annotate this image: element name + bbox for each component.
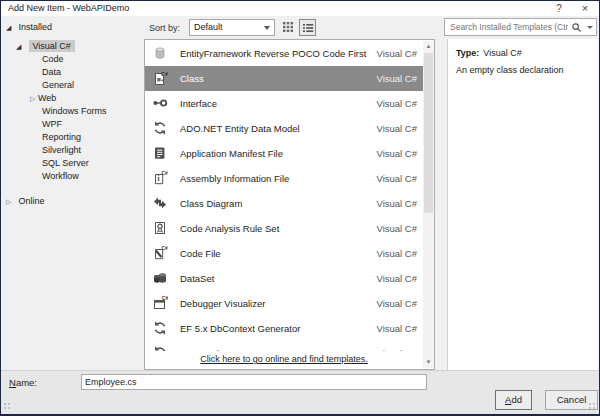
tree-node-online[interactable]: Online bbox=[1, 183, 143, 206]
template-row-ef5-dbcontext[interactable]: EF 5.x DbContext Generator Visual C# bbox=[145, 316, 423, 341]
template-language: Visual C# bbox=[377, 248, 418, 259]
template-name: Code Analysis Rule Set bbox=[180, 223, 369, 234]
template-type-line: Type:Visual C# bbox=[456, 48, 590, 58]
tree-node-code[interactable]: Code bbox=[1, 53, 143, 66]
search-icon[interactable] bbox=[571, 22, 582, 33]
resize-grip[interactable] bbox=[3, 402, 12, 411]
tree-node-wpf[interactable]: WPF bbox=[1, 118, 143, 131]
list-scrollbar[interactable]: ▲ ▼ bbox=[423, 41, 434, 368]
entity-model-icon bbox=[152, 120, 169, 137]
svg-text:C#: C# bbox=[162, 246, 168, 251]
tree-node-installed[interactable]: Installed bbox=[1, 16, 143, 32]
template-language: Visual C# bbox=[377, 98, 418, 109]
template-details-pane: Type:Visual C# An empty class declaratio… bbox=[447, 39, 598, 370]
template-row-entityframework-poco[interactable]: EntityFramework Reverse POCO Code First … bbox=[145, 41, 423, 66]
type-value: Visual C# bbox=[483, 48, 521, 58]
collapsed-triangle-icon[interactable] bbox=[30, 92, 38, 105]
template-list: EntityFramework Reverse POCO Code First … bbox=[144, 39, 435, 370]
template-language: Visual C# bbox=[377, 298, 418, 309]
search-input[interactable] bbox=[448, 20, 570, 34]
grid-view-icon bbox=[282, 21, 294, 33]
template-name: Interface bbox=[180, 98, 369, 109]
search-options-chevron-icon[interactable] bbox=[587, 26, 593, 29]
template-row-code-analysis-rule-set[interactable]: Code Analysis Rule Set Visual C# bbox=[145, 216, 423, 241]
template-name: Class bbox=[180, 73, 369, 84]
add-new-item-dialog: Add New Item - WebAPIDemo ? × Sort by: D… bbox=[0, 0, 600, 416]
template-row-code-file[interactable]: C# Code File Visual C# bbox=[145, 241, 423, 266]
template-row-class-diagram[interactable]: Class Diagram Visual C# bbox=[145, 191, 423, 216]
template-row-debugger-visualizer[interactable]: C# Debugger Visualizer Visual C# bbox=[145, 291, 423, 316]
chevron-down-icon bbox=[264, 26, 270, 30]
sort-by-dropdown[interactable]: Default bbox=[189, 19, 275, 36]
database-icon bbox=[152, 45, 169, 62]
assembly-info-icon: C#i bbox=[152, 170, 169, 187]
template-name: Assembly Information File bbox=[180, 173, 369, 184]
template-name: Class Diagram bbox=[180, 198, 369, 209]
expanded-triangle-icon[interactable] bbox=[6, 24, 16, 32]
debugger-visualizer-icon: C# bbox=[152, 295, 169, 312]
scroll-up-icon[interactable]: ▲ bbox=[423, 41, 434, 52]
tree-node-silverlight[interactable]: Silverlight bbox=[1, 144, 143, 157]
tree-node-workflow[interactable]: Workflow bbox=[1, 170, 143, 183]
go-online-link[interactable]: Click here to go online and find templat… bbox=[200, 354, 368, 364]
tree-node-sql-server[interactable]: SQL Server bbox=[1, 157, 143, 170]
template-name: Code File bbox=[180, 248, 369, 259]
item-name-input[interactable] bbox=[81, 374, 427, 390]
cancel-button-label: Cancel bbox=[557, 394, 587, 405]
tree-node-web[interactable]: Web bbox=[1, 92, 143, 105]
sort-by-value: Default bbox=[194, 22, 223, 32]
template-row-ado-entity-model[interactable]: ADO.NET Entity Data Model Visual C# bbox=[145, 116, 423, 141]
tree-node-label: Web bbox=[38, 93, 56, 103]
list-view-button[interactable] bbox=[299, 19, 316, 36]
svg-text:C#: C# bbox=[162, 171, 168, 176]
search-box bbox=[444, 18, 597, 36]
template-language: Visual C# bbox=[377, 173, 418, 184]
template-row-assembly-info[interactable]: C#i Assembly Information File Visual C# bbox=[145, 166, 423, 191]
type-label: Type: bbox=[456, 48, 479, 58]
template-name: Application Manifest File bbox=[180, 148, 369, 159]
template-row-interface[interactable]: Interface Visual C# bbox=[145, 91, 423, 116]
add-button[interactable]: Add bbox=[495, 390, 532, 410]
template-row-class[interactable]: C# Class Visual C# bbox=[145, 66, 423, 91]
template-category-tree: Installed Visual C# Code Data General We… bbox=[1, 16, 143, 370]
resize-grip[interactable] bbox=[588, 402, 597, 411]
template-language: Visual C# bbox=[377, 198, 418, 209]
template-name: Debugger Visualizer bbox=[180, 298, 369, 309]
template-rows: EntityFramework Reverse POCO Code First … bbox=[145, 41, 423, 369]
scroll-down-icon[interactable]: ▼ bbox=[423, 357, 434, 368]
tree-node-windows-forms[interactable]: Windows Forms bbox=[1, 105, 143, 118]
svg-text:i: i bbox=[157, 175, 159, 183]
template-row-app-manifest[interactable]: Application Manifest File Visual C# bbox=[145, 141, 423, 166]
code-file-icon: C# bbox=[152, 245, 169, 262]
footer-bar: Name: Add Cancel bbox=[1, 370, 599, 414]
tree-node-label: Visual C# bbox=[29, 40, 75, 52]
help-button[interactable]: ? bbox=[547, 1, 571, 16]
svg-text:C#: C# bbox=[161, 71, 168, 77]
ef-dbcontext-icon bbox=[152, 320, 169, 337]
tree-node-general[interactable]: General bbox=[1, 79, 143, 92]
list-view-icon bbox=[302, 22, 314, 34]
template-language: Visual C# bbox=[377, 73, 418, 84]
template-description: An empty class declaration bbox=[456, 65, 590, 75]
manifest-file-icon bbox=[152, 145, 169, 162]
template-language: Visual C# bbox=[377, 223, 418, 234]
scrollbar-thumb[interactable] bbox=[424, 53, 433, 213]
tree-node-data[interactable]: Data bbox=[1, 66, 143, 79]
tree-node-visual-csharp[interactable]: Visual C# bbox=[1, 32, 143, 53]
template-language: Visual C# bbox=[377, 273, 418, 284]
template-row-dataset[interactable]: DataSet Visual C# bbox=[145, 266, 423, 291]
template-name: EntityFramework Reverse POCO Code First … bbox=[180, 48, 369, 59]
medium-icons-view-button[interactable] bbox=[280, 19, 297, 36]
tree-node-reporting[interactable]: Reporting bbox=[1, 131, 143, 144]
template-language: Visual C# bbox=[377, 48, 418, 59]
collapsed-triangle-icon[interactable] bbox=[6, 198, 16, 206]
template-name: ADO.NET Entity Data Model bbox=[180, 123, 369, 134]
tree-node-label: Installed bbox=[19, 22, 53, 32]
svg-text:C#: C# bbox=[162, 296, 168, 301]
title-bar: Add New Item - WebAPIDemo ? × bbox=[1, 1, 599, 16]
expanded-triangle-icon[interactable] bbox=[16, 43, 26, 51]
tree-node-label: Online bbox=[19, 196, 45, 206]
online-link-bar: Click here to go online and find templat… bbox=[146, 351, 422, 368]
close-button[interactable]: × bbox=[573, 1, 597, 16]
interface-icon bbox=[152, 95, 169, 112]
